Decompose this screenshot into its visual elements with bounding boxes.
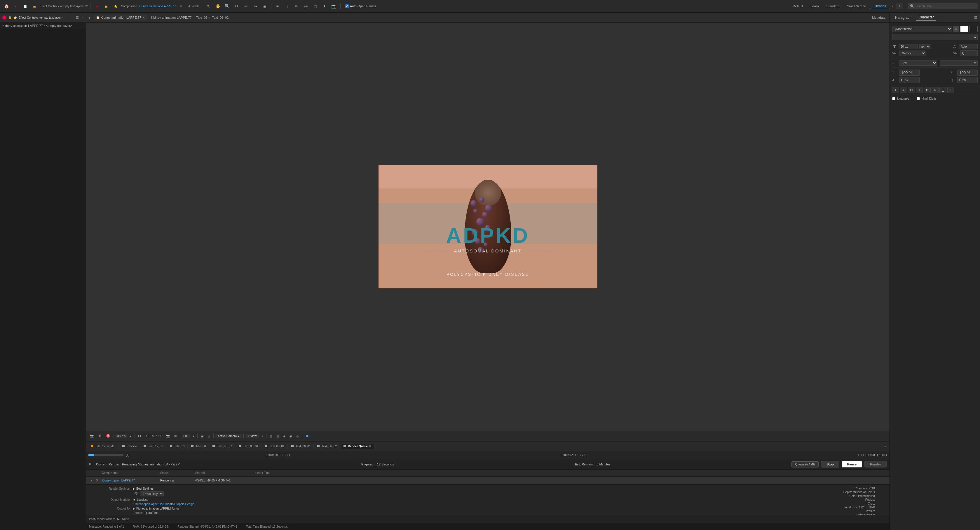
- queue-in-ame-btn[interactable]: Queue in AME: [791, 461, 819, 468]
- camera-tool[interactable]: 📷: [330, 2, 338, 10]
- render-tab-text0301[interactable]: Text_03_01: [262, 444, 288, 449]
- zoom-tool[interactable]: 🔍: [223, 2, 231, 10]
- render-tab-text0801[interactable]: Text_08_01: [236, 444, 261, 449]
- effect-controls-lock[interactable]: 🔒: [8, 16, 12, 19]
- preview-btn1[interactable]: ▧: [268, 434, 274, 438]
- lock-comp-icon[interactable]: 🔒: [102, 2, 110, 10]
- tab-character[interactable]: Character: [916, 14, 936, 21]
- font-size-unit[interactable]: px: [919, 44, 931, 49]
- workspace-learn[interactable]: Learn: [807, 3, 822, 9]
- scale-v-input[interactable]: 100 %: [899, 70, 920, 76]
- expand-left-panel[interactable]: »: [82, 16, 83, 19]
- auto-open-checkbox[interactable]: [345, 5, 349, 8]
- output-to-value[interactable]: Kidney animation-LAPPE.77.mov: [136, 507, 180, 510]
- arrow-tool[interactable]: ↖: [205, 2, 213, 10]
- workspace-settings-icon[interactable]: ⚙: [896, 3, 903, 9]
- baseline-input[interactable]: 0 px: [899, 77, 920, 83]
- preview-btn2[interactable]: ▨: [275, 434, 280, 438]
- output-module-expand[interactable]: ▼: [133, 498, 136, 501]
- breadcrumb-title[interactable]: Title_06: [196, 16, 207, 19]
- workspace-chevron[interactable]: »: [890, 5, 894, 8]
- workspace-default[interactable]: Default: [789, 3, 807, 9]
- toggle-btn1[interactable]: ▣: [199, 434, 205, 438]
- output-module-value[interactable]: Lossless: [137, 498, 148, 501]
- resolution-dropdown[interactable]: Full: [182, 434, 190, 438]
- leading-extra-select[interactable]: [940, 60, 978, 66]
- post-render-expand[interactable]: ▶: [117, 517, 120, 520]
- workspace-libraries[interactable]: Libraries: [870, 3, 889, 10]
- search-input[interactable]: [915, 5, 975, 8]
- home-icon[interactable]: 🏠: [2, 2, 11, 10]
- row-expand[interactable]: ▼: [88, 479, 94, 482]
- comp-tab[interactable]: 📋 Kidney animation-LAPPE.77 ✕: [94, 14, 147, 21]
- style-underline[interactable]: T: [939, 87, 947, 93]
- post-render-value[interactable]: None: [122, 517, 129, 520]
- render-tab-title12[interactable]: Title_12_render: [88, 444, 119, 449]
- tab-close-queue[interactable]: ✕: [369, 445, 371, 448]
- zoom-level[interactable]: 88.7%: [116, 434, 127, 438]
- panel-menu-icon[interactable]: ☰: [85, 5, 88, 8]
- render-tab-title08[interactable]: Title_08: [188, 444, 209, 449]
- style-bold[interactable]: T: [892, 87, 899, 93]
- render-tab-text1202[interactable]: Text_12_02: [141, 444, 166, 449]
- leading-unit-select[interactable]: - px: [899, 60, 937, 66]
- leading-input[interactable]: Auto: [959, 44, 978, 49]
- font-color-swatch-dark[interactable]: [969, 26, 978, 32]
- scale-h-input[interactable]: 100 %: [957, 70, 978, 76]
- ligatures-checkbox[interactable]: [892, 97, 896, 100]
- views-dropdown[interactable]: 1 View: [245, 434, 259, 438]
- style-strikethrough[interactable]: T: [947, 87, 954, 93]
- close-dot[interactable]: ●: [12, 2, 20, 10]
- kerning-type-select[interactable]: Metrics: [899, 51, 926, 56]
- resolution-arrow[interactable]: ▾: [191, 434, 196, 438]
- camera-icon-btn[interactable]: 📷: [164, 433, 172, 439]
- stop-button[interactable]: Stop: [821, 461, 839, 468]
- rect-tool[interactable]: ▣: [261, 2, 269, 10]
- style-allcaps[interactable]: TT: [908, 87, 915, 93]
- font-name-select[interactable]: [Montserrat]: [892, 26, 952, 32]
- rotate-tool[interactable]: ↺: [232, 2, 241, 10]
- style-italic[interactable]: T: [900, 87, 907, 93]
- hand-tool[interactable]: ✋: [214, 2, 222, 10]
- eraser-tool[interactable]: ◻: [311, 2, 319, 10]
- effect-controls-close[interactable]: ✕: [2, 16, 6, 19]
- workspace-small[interactable]: Small Screen: [843, 3, 869, 9]
- monitor-btn[interactable]: 🖥: [97, 433, 103, 439]
- tab-paragraph[interactable]: Paragraph: [893, 14, 914, 21]
- comp-star-icon[interactable]: ⭐: [111, 2, 120, 10]
- render-tab-text0602[interactable]: Text_06_02: [314, 444, 340, 449]
- icon-file[interactable]: 📄: [21, 2, 29, 10]
- preview-btn5[interactable]: ◎: [295, 434, 300, 438]
- th-started[interactable]: Started: [194, 471, 252, 474]
- font-style-select[interactable]: [892, 34, 978, 40]
- log-select[interactable]: Errors Only: [140, 492, 164, 496]
- breadcrumb-comp[interactable]: Kidney animation-LAPPE.77: [151, 16, 192, 19]
- render-panel-expand[interactable]: »: [883, 444, 888, 448]
- preview-btn4[interactable]: ◉: [288, 434, 294, 438]
- redo-tool[interactable]: ↪: [251, 2, 259, 10]
- kerning-value-input[interactable]: 0: [960, 50, 978, 56]
- render-settings-value[interactable]: Best Settings: [136, 487, 154, 490]
- effect-controls-star[interactable]: ⭐: [13, 16, 17, 19]
- zoom-dropdown[interactable]: ▾: [129, 434, 133, 438]
- toggle-btn2[interactable]: ▤: [206, 434, 212, 438]
- workspace-standard[interactable]: Standard: [823, 3, 843, 9]
- output-to-expand[interactable]: ▶: [133, 507, 135, 510]
- font-edit-btn[interactable]: ✏: [953, 26, 959, 32]
- style-sub[interactable]: T₊: [932, 87, 939, 93]
- metadata-btn[interactable]: Metadata: [870, 15, 887, 20]
- th-comp-name[interactable]: Comp Name: [100, 471, 159, 474]
- right-panel-menu[interactable]: ☰: [974, 16, 977, 19]
- style-super[interactable]: T⁺: [924, 87, 931, 93]
- render-tab-preview[interactable]: Preview: [119, 444, 140, 449]
- text-tool[interactable]: T: [283, 2, 291, 10]
- pen-tool[interactable]: ✒: [274, 2, 282, 10]
- grid-btn[interactable]: ⊞: [173, 434, 178, 438]
- th-status[interactable]: Status: [159, 471, 194, 474]
- output-path-value[interactable]: /Users/sophialappe/Documents/Graphic Des…: [133, 503, 194, 506]
- render-tab-text0601[interactable]: Text_06_01: [288, 444, 314, 449]
- target-btn[interactable]: 🎯: [105, 433, 112, 439]
- fit-btn[interactable]: ⊠: [137, 433, 142, 439]
- font-size-input[interactable]: 60 px: [899, 44, 918, 49]
- comp-metadata-btn[interactable]: Metadata: [187, 5, 200, 8]
